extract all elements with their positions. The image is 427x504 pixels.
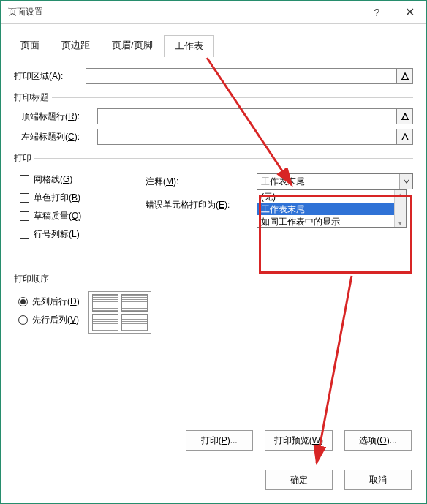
comments-option-none[interactable]: (无) bbox=[257, 190, 406, 203]
left-cols-label: 左端标题列(C): bbox=[14, 131, 97, 143]
comments-select[interactable]: 工作表末尾 bbox=[257, 173, 413, 189]
gridlines-checkbox[interactable]: 网格线(G) bbox=[20, 173, 138, 186]
dialog-body: 打印区域(A): 打印标题 顶端标题行(R): 左端标题列(C): bbox=[1, 56, 426, 334]
help-button[interactable]: ? bbox=[360, 1, 393, 23]
collapse-icon[interactable] bbox=[397, 108, 413, 124]
dialog-title: 页面设置 bbox=[8, 6, 360, 18]
titlebar: 页面设置 ? ✕ bbox=[1, 1, 426, 24]
ok-button[interactable]: 确定 bbox=[265, 470, 333, 490]
svg-rect-0 bbox=[401, 79, 409, 80]
page-setup-dialog: 页面设置 ? ✕ 页面 页边距 页眉/页脚 工作表 打印区域(A): 打印标题 … bbox=[0, 0, 427, 504]
print-group: 打印 bbox=[14, 152, 413, 165]
order-group: 打印顺序 bbox=[14, 273, 413, 285]
errors-label: 错误单元格打印为(E): bbox=[146, 199, 257, 211]
svg-rect-1 bbox=[401, 119, 409, 120]
comments-option-end[interactable]: 工作表末尾 bbox=[257, 203, 406, 215]
comments-option-displayed[interactable]: 如同工作表中的显示 bbox=[257, 215, 406, 227]
preview-button[interactable]: 打印预览(W) bbox=[265, 430, 333, 451]
print-area-input[interactable] bbox=[86, 68, 397, 84]
tab-sheet[interactable]: 工作表 bbox=[164, 35, 214, 57]
top-rows-label: 顶端标题行(R): bbox=[14, 110, 97, 123]
dropdown-scrollbar[interactable]: ▴▾ bbox=[394, 190, 406, 227]
print-area-label: 打印区域(A): bbox=[14, 70, 86, 83]
print-button[interactable]: 打印(P)... bbox=[186, 430, 253, 451]
down-then-over-radio[interactable]: 先列后行(D) bbox=[18, 296, 80, 308]
print-checks: 网格线(G) 单色打印(B) 草稿质量(Q) 行号列标(L) bbox=[14, 168, 138, 247]
tab-margins[interactable]: 页边距 bbox=[50, 34, 101, 56]
left-cols-input[interactable] bbox=[97, 129, 397, 145]
chevron-down-icon bbox=[399, 174, 412, 189]
order-preview-icon bbox=[88, 291, 151, 334]
options-button[interactable]: 选项(O)... bbox=[344, 430, 412, 451]
rowcol-checkbox[interactable]: 行号列标(L) bbox=[20, 228, 138, 241]
close-button[interactable]: ✕ bbox=[393, 1, 426, 23]
tab-header-footer[interactable]: 页眉/页脚 bbox=[101, 34, 164, 56]
collapse-icon[interactable] bbox=[397, 68, 413, 84]
comments-label: 注释(M): bbox=[146, 176, 257, 188]
comments-dropdown: (无) 工作表末尾 如同工作表中的显示 ▴▾ bbox=[257, 189, 407, 228]
tab-page[interactable]: 页面 bbox=[10, 34, 50, 56]
titles-group: 打印标题 bbox=[14, 91, 413, 104]
over-then-down-radio[interactable]: 先行后列(V) bbox=[18, 314, 80, 326]
bw-checkbox[interactable]: 单色打印(B) bbox=[20, 192, 138, 204]
cancel-button[interactable]: 取消 bbox=[344, 470, 412, 490]
tab-strip: 页面 页边距 页眉/页脚 工作表 bbox=[10, 34, 417, 56]
draft-checkbox[interactable]: 草稿质量(Q) bbox=[20, 210, 138, 222]
svg-rect-2 bbox=[401, 140, 409, 140]
top-rows-input[interactable] bbox=[97, 108, 397, 124]
collapse-icon[interactable] bbox=[397, 129, 413, 145]
